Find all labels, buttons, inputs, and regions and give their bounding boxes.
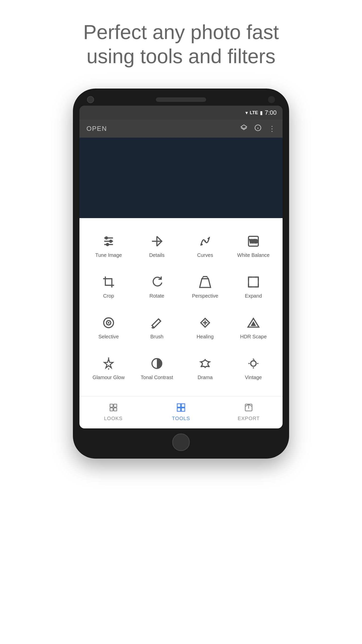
svg-point-40 bbox=[251, 361, 256, 366]
svg-rect-49 bbox=[181, 408, 185, 412]
hdr-scape-icon bbox=[246, 315, 261, 330]
details-icon bbox=[149, 234, 164, 249]
status-bar: ▾ LTE ▮ 7:00 bbox=[79, 106, 283, 120]
expand-label: Expand bbox=[245, 293, 262, 299]
tool-grid: Tune Image Details bbox=[84, 226, 278, 389]
brush-label: Brush bbox=[150, 333, 163, 340]
tonal-contrast-label: Tonal Contrast bbox=[141, 374, 173, 381]
tool-brush[interactable]: Brush bbox=[133, 307, 181, 348]
layers-icon[interactable] bbox=[240, 124, 247, 133]
headline: Perfect any photo fast using tools and f… bbox=[83, 20, 279, 68]
tool-hdr-scape[interactable]: HDR Scape bbox=[229, 307, 278, 348]
tool-glamour-glow[interactable]: Glamour Glow bbox=[84, 348, 133, 389]
tool-tune-image[interactable]: Tune Image bbox=[84, 226, 133, 266]
svg-marker-32 bbox=[104, 359, 113, 368]
toolbar-icons: ⋮ bbox=[240, 124, 276, 133]
svg-point-13 bbox=[204, 240, 206, 242]
brush-icon bbox=[149, 315, 164, 330]
svg-rect-46 bbox=[177, 404, 181, 407]
tune-image-icon bbox=[101, 234, 116, 249]
battery-icon: ▮ bbox=[260, 110, 263, 116]
svg-line-18 bbox=[200, 279, 202, 288]
more-icon[interactable]: ⋮ bbox=[268, 125, 276, 133]
photo-area bbox=[79, 138, 283, 218]
phone-speaker bbox=[156, 97, 206, 102]
tools-panel: Tune Image Details bbox=[79, 218, 283, 396]
svg-text:WB: WB bbox=[250, 238, 258, 244]
vintage-label: Vintage bbox=[245, 374, 262, 381]
svg-rect-23 bbox=[249, 277, 258, 287]
svg-line-27 bbox=[159, 319, 161, 321]
perspective-label: Perspective bbox=[192, 293, 218, 299]
svg-rect-43 bbox=[114, 404, 117, 407]
looks-nav-label: LOOKS bbox=[104, 416, 123, 421]
nav-looks[interactable]: LOOKS bbox=[79, 401, 147, 421]
perspective-icon bbox=[198, 274, 213, 290]
headline-line1: Perfect any photo fast bbox=[83, 21, 279, 43]
svg-rect-45 bbox=[114, 408, 117, 411]
phone-shell: ▾ LTE ▮ 7:00 OPEN bbox=[73, 89, 289, 459]
svg-point-26 bbox=[108, 322, 110, 324]
curves-label: Curves bbox=[197, 252, 213, 258]
rotate-icon bbox=[149, 274, 164, 290]
glamour-glow-label: Glamour Glow bbox=[93, 374, 125, 381]
export-nav-label: EXPORT bbox=[238, 416, 260, 421]
hdr-scape-label: HDR Scape bbox=[240, 333, 267, 340]
tool-perspective[interactable]: Perspective bbox=[181, 266, 229, 307]
tool-tonal-contrast[interactable]: Tonal Contrast bbox=[133, 348, 181, 389]
tune-image-label: Tune Image bbox=[95, 252, 122, 258]
expand-icon bbox=[246, 274, 261, 290]
phone-bottom bbox=[79, 433, 283, 451]
svg-point-12 bbox=[201, 244, 203, 246]
tool-drama[interactable]: Drama bbox=[181, 348, 229, 389]
tool-expand[interactable]: Expand bbox=[229, 266, 278, 307]
rotate-label: Rotate bbox=[150, 293, 164, 299]
svg-point-14 bbox=[208, 238, 209, 239]
white-balance-icon: WB bbox=[246, 234, 261, 249]
tonal-contrast-icon bbox=[149, 356, 164, 371]
svg-point-8 bbox=[110, 240, 112, 243]
tool-selective[interactable]: Selective bbox=[84, 307, 133, 348]
crop-icon bbox=[101, 274, 116, 290]
svg-rect-42 bbox=[110, 404, 113, 407]
svg-rect-48 bbox=[177, 408, 181, 412]
looks-nav-icon bbox=[107, 401, 119, 414]
status-time: 7:00 bbox=[265, 109, 277, 116]
tool-details[interactable]: Details bbox=[133, 226, 181, 266]
drama-icon bbox=[198, 356, 213, 371]
glamour-glow-icon bbox=[101, 356, 116, 371]
nav-tools[interactable]: TOOLS bbox=[147, 401, 215, 421]
open-button[interactable]: OPEN bbox=[86, 125, 107, 133]
status-icons: ▾ LTE ▮ 7:00 bbox=[245, 109, 277, 116]
svg-rect-47 bbox=[181, 404, 185, 407]
phone-camera bbox=[87, 96, 94, 103]
tool-crop[interactable]: Crop bbox=[84, 266, 133, 307]
drama-label: Drama bbox=[198, 374, 213, 381]
tool-rotate[interactable]: Rotate bbox=[133, 266, 181, 307]
info-icon[interactable] bbox=[254, 124, 261, 133]
wifi-icon: ▾ bbox=[245, 110, 248, 116]
tool-vintage[interactable]: Vintage bbox=[229, 348, 278, 389]
tools-nav-label: TOOLS bbox=[172, 416, 190, 421]
phone-sensor bbox=[268, 96, 275, 103]
tool-healing[interactable]: Healing bbox=[181, 307, 229, 348]
svg-point-7 bbox=[105, 237, 108, 239]
lte-icon: LTE bbox=[250, 110, 258, 115]
export-nav-icon bbox=[243, 401, 255, 414]
svg-line-19 bbox=[208, 279, 211, 288]
healing-icon bbox=[198, 315, 213, 330]
tool-curves[interactable]: Curves bbox=[181, 226, 229, 266]
app-toolbar: OPEN ⋮ bbox=[79, 120, 283, 138]
crop-label: Crop bbox=[103, 293, 114, 299]
phone-top-bar bbox=[79, 96, 283, 103]
svg-point-9 bbox=[106, 244, 109, 246]
headline-line2: using tools and filters bbox=[86, 45, 276, 67]
tools-nav-icon bbox=[175, 401, 187, 414]
selective-icon bbox=[101, 315, 116, 330]
home-button[interactable] bbox=[172, 433, 190, 451]
nav-export[interactable]: EXPORT bbox=[215, 401, 283, 421]
details-label: Details bbox=[149, 252, 164, 258]
tool-white-balance[interactable]: WB White Balance bbox=[229, 226, 278, 266]
selective-label: Selective bbox=[98, 333, 119, 340]
svg-rect-44 bbox=[110, 408, 113, 411]
